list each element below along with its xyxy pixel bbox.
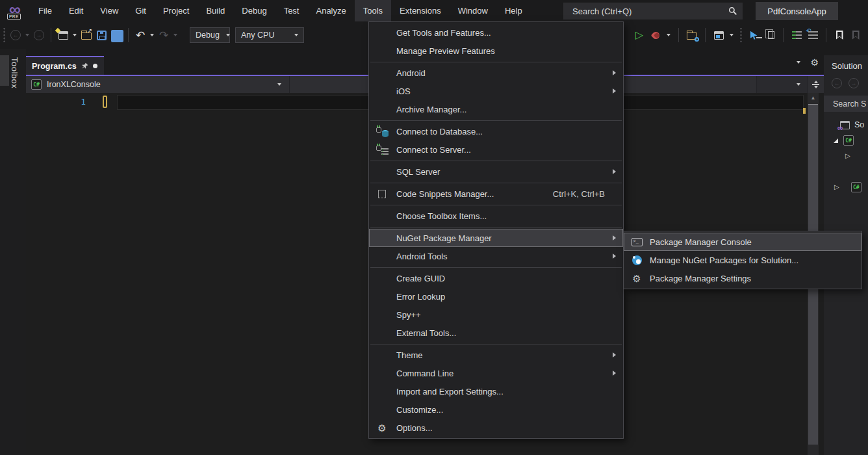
- start-without-debugging-button[interactable]: ▷: [634, 27, 645, 44]
- expander-expanded-icon[interactable]: [834, 138, 838, 143]
- tree-row-project-2[interactable]: ▷ C#: [824, 179, 868, 195]
- toolbox-tab[interactable]: Toolbox: [10, 57, 19, 88]
- menu-item-archive-manager[interactable]: Archive Manager...: [369, 100, 623, 118]
- toolbar-grip[interactable]: [3, 28, 6, 42]
- menu-view[interactable]: View: [92, 0, 127, 21]
- menu-item-ios[interactable]: iOS: [369, 82, 623, 100]
- toolbar-left-cluster: ← → ↗ ↶ ↷ Debug Any CPU: [3, 21, 304, 49]
- menu-item-package-manager-console[interactable]: >_ Package Manager Console: [624, 233, 862, 251]
- menu-item-external-tools[interactable]: External Tools...: [369, 324, 623, 342]
- new-project-dropdown[interactable]: [73, 34, 77, 36]
- indent-lines-icon: [792, 31, 802, 39]
- menu-item-options[interactable]: ⚙ Options...: [369, 419, 623, 437]
- menu-tools[interactable]: Tools: [355, 0, 391, 21]
- menu-item-customize[interactable]: Customize...: [369, 400, 623, 419]
- explorer-back-button[interactable]: ←: [832, 78, 842, 88]
- save-all-button[interactable]: [111, 27, 121, 44]
- menu-edit[interactable]: Edit: [60, 0, 92, 21]
- menu-item-android[interactable]: Android: [369, 64, 623, 82]
- solution-node-label: So: [854, 120, 864, 129]
- menu-item-spy-plus-plus[interactable]: Spy++: [369, 306, 623, 324]
- member-dropdown[interactable]: [756, 76, 807, 93]
- navigate-forward-button[interactable]: →: [34, 27, 44, 44]
- global-search-box[interactable]: [563, 3, 743, 20]
- undo-dropdown[interactable]: [150, 34, 154, 36]
- menu-git[interactable]: Git: [127, 0, 155, 21]
- select-tool-button[interactable]: [748, 27, 759, 44]
- solution-explorer-toolbar: ← →: [832, 78, 868, 88]
- tree-row-dependencies[interactable]: ▷: [824, 148, 868, 164]
- navigate-back-dropdown[interactable]: [25, 34, 29, 36]
- menu-item-connect-to-server[interactable]: Connect to Server...: [369, 140, 623, 159]
- menu-item-connect-to-database[interactable]: Connect to Database...: [369, 122, 623, 140]
- search-input[interactable]: [571, 6, 728, 17]
- menu-debug[interactable]: Debug: [233, 0, 275, 21]
- tree-row-solution[interactable]: ∞ So: [824, 117, 868, 133]
- hot-reload-button[interactable]: [650, 27, 661, 44]
- undo-icon: ↶: [136, 30, 145, 41]
- navigate-back-button[interactable]: ←: [10, 27, 21, 44]
- toggle-bookmark-button[interactable]: [834, 27, 845, 44]
- menu-item-theme[interactable]: Theme: [369, 346, 623, 364]
- expander-collapsed-icon[interactable]: ▷: [845, 153, 850, 159]
- undo-button[interactable]: ↶: [135, 27, 146, 44]
- redo-dropdown[interactable]: [173, 34, 177, 36]
- pin-icon[interactable]: [81, 62, 88, 70]
- document-list-dropdown[interactable]: [797, 61, 800, 64]
- solution-configurations-combo[interactable]: Debug: [190, 27, 230, 43]
- menu-item-create-guid[interactable]: Create GUID: [369, 269, 623, 287]
- editor-gear-icon[interactable]: ⚙: [810, 58, 819, 67]
- menu-item-import-export-settings[interactable]: Import and Export Settings...: [369, 382, 623, 400]
- menu-project[interactable]: Project: [155, 0, 198, 21]
- menu-item-sql-server[interactable]: SQL Server: [369, 162, 623, 181]
- scroll-up-arrow[interactable]: ▲: [808, 93, 819, 103]
- split-window-button[interactable]: [807, 76, 824, 93]
- indent-button[interactable]: [791, 27, 802, 44]
- menu-item-manage-nuget-packages[interactable]: Manage NuGet Packages for Solution...: [624, 251, 862, 269]
- previous-bookmark-button[interactable]: [850, 27, 861, 44]
- menu-item-package-manager-settings[interactable]: ⚙ Package Manager Settings: [624, 269, 862, 287]
- menu-item-nuget-package-manager[interactable]: NuGet Package Manager: [369, 229, 623, 247]
- web-browser-dropdown[interactable]: [730, 34, 734, 36]
- hot-reload-dropdown[interactable]: [667, 34, 670, 36]
- expander-collapsed-icon[interactable]: ▷: [834, 184, 839, 190]
- menu-item-manage-preview-features[interactable]: Manage Preview Features: [369, 42, 623, 60]
- code-snippet-icon: [375, 187, 389, 200]
- menu-item-android-tools[interactable]: Android Tools: [369, 247, 623, 265]
- flame-icon: [650, 30, 661, 40]
- menu-item-get-tools-and-features[interactable]: Get Tools and Features...: [369, 23, 623, 42]
- explorer-forward-button[interactable]: →: [849, 78, 859, 88]
- submenu-arrow-icon: [613, 70, 616, 75]
- menu-item-choose-toolbox-items[interactable]: Choose Toolbox Items...: [369, 207, 623, 225]
- toolbar-grip[interactable]: [739, 28, 743, 42]
- caret-bracket: [103, 96, 107, 108]
- solution-search-box[interactable]: [824, 96, 868, 112]
- menu-item-command-line[interactable]: Command Line: [369, 364, 623, 382]
- solution-platforms-combo[interactable]: Any CPU: [235, 27, 304, 43]
- menu-analyze[interactable]: Analyze: [307, 0, 354, 21]
- pointer-base: [756, 37, 762, 38]
- menu-extensions[interactable]: Extensions: [391, 0, 450, 21]
- save-button[interactable]: [96, 27, 107, 44]
- submenu-arrow-icon: [613, 88, 616, 94]
- solution-search-input[interactable]: [832, 99, 868, 109]
- menu-build[interactable]: Build: [198, 0, 233, 21]
- menu-file[interactable]: File: [30, 0, 60, 21]
- menu-item-error-lookup[interactable]: Error Lookup: [369, 287, 623, 306]
- menu-item-code-snippets-manager[interactable]: Code Snippets Manager... Ctrl+K, Ctrl+B: [369, 185, 623, 203]
- copy-document-button[interactable]: [765, 27, 775, 44]
- tab-program-cs[interactable]: Program.cs: [26, 56, 104, 75]
- menu-help[interactable]: Help: [496, 0, 531, 21]
- web-browser-button[interactable]: [713, 27, 724, 44]
- project-dropdown[interactable]: C# IronXLConsole: [26, 76, 289, 93]
- new-project-button[interactable]: [58, 27, 68, 44]
- vs-logo[interactable]: ∞ PRE: [0, 0, 30, 21]
- tree-row-project-1[interactable]: C#: [824, 133, 868, 148]
- menu-test[interactable]: Test: [275, 0, 308, 21]
- open-file-button[interactable]: ↗: [81, 27, 92, 44]
- solution-name-badge[interactable]: PdfConsoleApp: [756, 2, 838, 20]
- redo-button[interactable]: ↷: [159, 27, 169, 44]
- menu-window[interactable]: Window: [450, 0, 496, 21]
- find-in-files-button[interactable]: [687, 27, 697, 44]
- format-document-button[interactable]: ↶: [808, 27, 818, 44]
